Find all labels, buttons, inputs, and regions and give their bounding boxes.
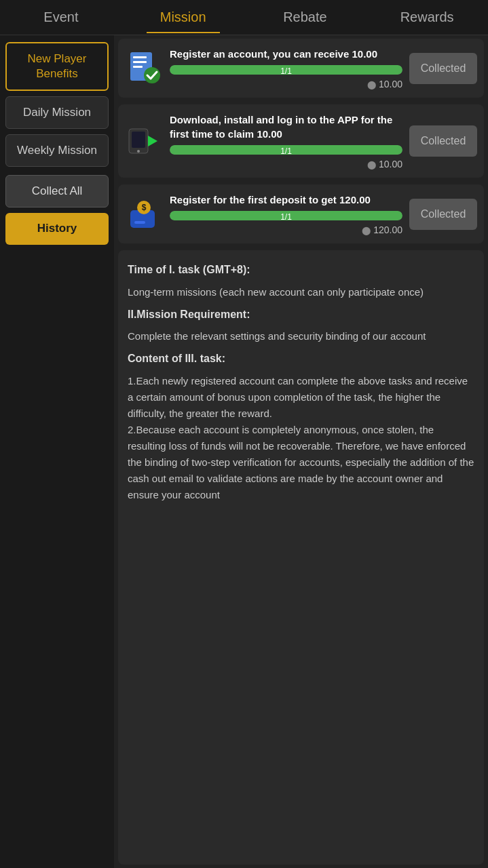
info-section: Time of I. task (GMT+8): Long-term missi… — [118, 250, 484, 865]
history-button[interactable]: History — [5, 213, 109, 244]
download-icon — [125, 122, 163, 160]
sidebar-item-daily-mission[interactable]: Daily Mission — [5, 96, 109, 129]
info-para-3: 1.Each newly registered account can comp… — [128, 373, 474, 503]
info-para-2: Complete the relevant settings and secur… — [128, 328, 474, 344]
collected-button-download: Collected — [409, 125, 477, 157]
mission-info-register: Register an account, you can receive 10.… — [170, 47, 402, 90]
reward-amount-register: ⬤ 10.00 — [170, 79, 402, 90]
top-navigation: Event Mission Rebate Rewards — [0, 0, 488, 35]
mission-title-deposit: Register for the first deposit to get 12… — [170, 193, 402, 207]
main-layout: New Player Benefits Daily Mission Weekly… — [0, 35, 488, 868]
reward-coin-icon-download: ⬤ — [367, 160, 376, 170]
svg-rect-6 — [132, 132, 145, 148]
svg-point-7 — [137, 150, 140, 153]
progress-label-deposit: 1/1 — [170, 212, 402, 222]
progress-wrapper-register: 1/1 — [170, 65, 402, 76]
collected-button-register: Collected — [409, 53, 477, 84]
progress-wrapper-deposit: 1/1 — [170, 211, 402, 222]
mission-title-download: Download, install and log in to the APP … — [170, 113, 402, 141]
svg-text:$: $ — [142, 203, 147, 212]
tab-rewards[interactable]: Rewards — [366, 1, 488, 33]
info-heading-2: II.Mission Requirement: — [128, 306, 474, 323]
sidebar-item-new-player-benefits[interactable]: New Player Benefits — [5, 42, 109, 91]
svg-rect-3 — [133, 66, 143, 68]
sidebar-item-weekly-mission[interactable]: Weekly Mission — [5, 134, 109, 167]
mission-title-register: Register an account, you can receive 10.… — [170, 47, 402, 61]
mission-info-download: Download, install and log in to the APP … — [170, 113, 402, 170]
content-area: Register an account, you can receive 10.… — [114, 35, 488, 868]
reward-coin-icon-deposit: ⬤ — [362, 226, 371, 235]
reward-amount-download: ⬤ 10.00 — [170, 159, 402, 170]
svg-marker-8 — [148, 136, 157, 146]
tab-mission[interactable]: Mission — [122, 1, 244, 33]
info-para-1: Long-term missions (each new account can… — [128, 284, 474, 300]
mission-info-deposit: Register for the first deposit to get 12… — [170, 193, 402, 235]
tab-rebate[interactable]: Rebate — [244, 1, 367, 33]
deposit-icon: $ — [125, 195, 163, 233]
svg-rect-2 — [133, 61, 147, 63]
reward-coin-icon-register: ⬤ — [367, 80, 376, 90]
collected-button-deposit: Collected — [409, 199, 477, 230]
info-heading-3: Content of III. task: — [128, 350, 474, 368]
svg-rect-1 — [133, 56, 147, 58]
sidebar: New Player Benefits Daily Mission Weekly… — [0, 35, 114, 868]
svg-rect-12 — [134, 221, 145, 224]
tab-event[interactable]: Event — [0, 1, 122, 33]
mission-card-deposit: $ Register for the first deposit to get … — [118, 184, 484, 243]
progress-wrapper-download: 1/1 — [170, 145, 402, 156]
mission-card-download: Download, install and log in to the APP … — [118, 104, 484, 178]
progress-label-download: 1/1 — [170, 146, 402, 156]
info-heading-1: Time of I. task (GMT+8): — [128, 261, 474, 279]
register-icon — [125, 50, 163, 87]
progress-label-register: 1/1 — [170, 66, 402, 76]
mission-card-register: Register an account, you can receive 10.… — [118, 39, 484, 98]
reward-amount-deposit: ⬤ 120.00 — [170, 224, 402, 235]
collect-all-button[interactable]: Collect All — [5, 175, 109, 208]
